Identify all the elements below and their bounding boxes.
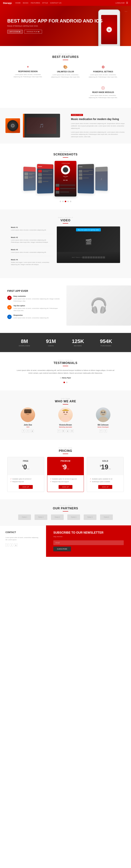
- testimonial-text: Lorem ipsum dolor sit amet, consectetur …: [14, 369, 117, 375]
- first-app-item-title-1: Easy customize: [13, 295, 61, 297]
- red-divider-2: [63, 157, 68, 158]
- carousel-dot-2[interactable]: [62, 201, 64, 202]
- plus-icon: +: [13, 65, 43, 69]
- carousel-dots: [5, 201, 126, 202]
- member-name-2: Victoria Brown: [49, 424, 83, 426]
- partner-1: Partner 1: [18, 515, 31, 520]
- subscribe-button[interactable]: Subscribe: [53, 547, 71, 551]
- feature-text-1: Lorem ipsum dolor sit amet, consectetur …: [13, 73, 43, 78]
- member-role-1: CEO: [11, 426, 45, 428]
- logo[interactable]: Starapp: [3, 2, 12, 4]
- testimonial-dot-1[interactable]: [63, 382, 65, 383]
- video-player: Buy now option for speedy sales 🎬 NEXT T…: [57, 226, 120, 263]
- price-gold-number: 19: [101, 464, 108, 470]
- price-gold-feature-1: Available option available for all: [90, 478, 121, 480]
- price-premium-period: /mo: [67, 468, 69, 470]
- contact-google-icon[interactable]: g: [14, 543, 17, 547]
- price-premium-feature-2: Request help and support: [50, 481, 81, 483]
- price-gold-btn[interactable]: Sign Up: [98, 485, 112, 489]
- stat-purchases: 954K Purchases: [100, 338, 112, 347]
- svg-rect-4: [24, 409, 32, 413]
- settings-icon: ⚙: [88, 65, 118, 69]
- first-app-item-text-3: Lorem ipsum dolor sit amet, consectetur …: [13, 317, 49, 319]
- stat-number-4: 954K: [100, 338, 112, 344]
- partner-4: Partner 4: [67, 515, 80, 520]
- team-label: Our Team: [11, 398, 120, 399]
- screenshot-5: ♪: [95, 166, 108, 191]
- price-free-btn[interactable]: Sign Up: [19, 485, 33, 489]
- feature-text-4: Lorem ipsum dolor sit amet, consectetur …: [88, 94, 118, 99]
- video-items: Music #1 Lorem ipsum dolor sit amet, con…: [11, 226, 53, 271]
- video-section: Simply Watch It VIDEO Music #1 Lorem ips…: [0, 210, 131, 278]
- facebook-icon-3[interactable]: f: [99, 429, 103, 433]
- testimonial-dot-2[interactable]: [66, 382, 68, 383]
- price-premium-btn[interactable]: Sign Up: [58, 485, 73, 489]
- price-free-number: 0: [23, 464, 27, 470]
- first-app-item-content-1: Easy customize Lorem ipsum dolor sit ame…: [13, 295, 61, 302]
- highlight-image: 🎵: [23, 114, 60, 137]
- email-input[interactable]: [53, 540, 124, 545]
- target-icon: ◎: [7, 305, 12, 310]
- screenshots-title: SCREENSHOTS: [5, 153, 126, 156]
- avatar-2: [58, 407, 73, 422]
- google-icon-1[interactable]: g: [31, 429, 34, 433]
- feature-highlight: 🎵 Found It Here Music medication for mod…: [0, 108, 131, 144]
- nav-contact[interactable]: Contact Us: [50, 2, 61, 4]
- price-free-feature-1: Available option for all kind of: [10, 478, 41, 480]
- linkedin-icon-2[interactable]: in: [71, 429, 74, 433]
- carousel-dot-1[interactable]: [60, 201, 61, 202]
- nav-music[interactable]: Music: [23, 2, 29, 4]
- first-app-item-3: ◻ Responsive Lorem ipsum dolor sit amet,…: [7, 314, 61, 319]
- twitter-icon-1[interactable]: t: [26, 429, 30, 433]
- screenshot-2: Playlist: [37, 164, 53, 194]
- newsletter-form: Subscribe: [53, 540, 124, 551]
- first-app-item-content-2: Top line option Lorem ipsum dolor sit am…: [13, 305, 61, 312]
- app-store-button[interactable]: App Store ▶: [7, 30, 23, 34]
- nav-style[interactable]: Style: [42, 2, 48, 4]
- stat-number-2: 91M: [46, 338, 56, 344]
- contact-facebook-icon[interactable]: f: [5, 543, 9, 547]
- google-icon-2[interactable]: g: [66, 429, 69, 433]
- screenshot-1: [23, 166, 36, 191]
- svg-point-7: [63, 412, 64, 413]
- carousel-dot-4[interactable]: [67, 201, 69, 202]
- price-gold-period: /mo: [108, 468, 111, 470]
- features-label: Simple More to: [11, 53, 120, 55]
- contact-section: CONTACT Lorem ipsum dolor sit amet, cons…: [0, 525, 46, 557]
- video-item-text-3: Lorem ipsum dolor sit amet, consectetur …: [11, 251, 53, 253]
- nav-features[interactable]: Features: [31, 2, 40, 4]
- feature-title-2: Unlimited color: [50, 71, 81, 73]
- language-selector[interactable]: Language: [116, 2, 125, 4]
- avatar-1: [20, 407, 35, 422]
- first-app-item-title-3: Responsive: [13, 314, 49, 316]
- buy-now-button[interactable]: Buy now option for speedy sales: [76, 228, 101, 231]
- nav-home[interactable]: Home: [15, 2, 20, 4]
- features-title: BEST FEATURES: [11, 55, 120, 59]
- svg-rect-13: [101, 412, 105, 413]
- partners-logos: Partner 1 Partner 2 Partner 3 Partner 4 …: [11, 515, 120, 520]
- first-app-image: 🎧: [67, 285, 131, 326]
- price-free-currency: $: [22, 465, 23, 467]
- video-item-1: Music #1 Lorem ipsum dolor sit amet, con…: [11, 226, 53, 234]
- menu-icon[interactable]: ☰: [126, 2, 128, 4]
- member-social-3: f t: [86, 429, 120, 433]
- first-app-section: FIRST APP EVER ⚙ Easy customize Lorem ip…: [0, 278, 131, 333]
- first-app-item-title-2: Top line option: [13, 305, 61, 307]
- carousel-dot-5[interactable]: [70, 201, 71, 202]
- google-play-button[interactable]: Google Play ▶: [24, 30, 42, 34]
- twitter-icon-3[interactable]: t: [104, 429, 107, 433]
- camera-icon-2[interactable]: ◎: [62, 429, 65, 433]
- facebook-icon-1[interactable]: f: [22, 429, 25, 433]
- contact-twitter-icon[interactable]: t: [10, 543, 13, 547]
- price-gold-tier: GOLD: [90, 460, 121, 462]
- price-premium-number: 9: [63, 464, 67, 470]
- video-item-title-4: Music #4: [11, 259, 53, 260]
- who-we-are-section: Our Team WHO WE ARE John Doe CEO f t g: [0, 391, 131, 440]
- nav-links: Home Music Features Style Contact Us: [15, 2, 116, 4]
- facebook-icon-2[interactable]: f: [57, 429, 60, 433]
- feature-responsive: + Responsive design Lorem ipsum dolor si…: [11, 63, 45, 80]
- gear-icon: ⚙: [7, 296, 12, 300]
- price-premium-body: Available option for all kind of app and…: [47, 475, 84, 492]
- contact-title: CONTACT: [5, 531, 41, 534]
- carousel-dot-3[interactable]: [65, 201, 66, 202]
